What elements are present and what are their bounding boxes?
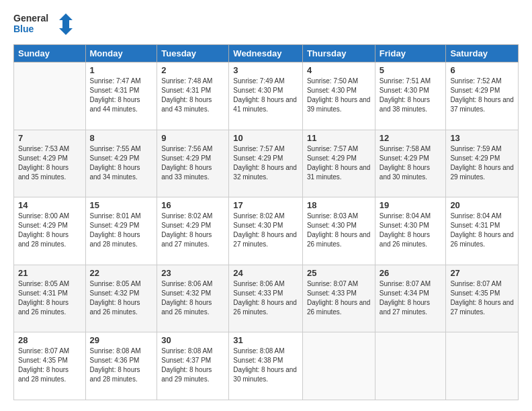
calendar-cell: 16Sunrise: 8:02 AMSunset: 4:29 PMDayligh… (157, 197, 229, 265)
day-info: Sunrise: 8:07 AMSunset: 4:35 PMDaylight:… (18, 347, 81, 384)
day-number: 18 (307, 200, 371, 210)
weekday-header-tuesday: Tuesday (157, 45, 229, 62)
day-info: Sunrise: 8:03 AMSunset: 4:30 PMDaylight:… (307, 212, 371, 249)
day-number: 30 (161, 335, 224, 345)
day-number: 27 (450, 268, 514, 278)
weekday-header-sunday: Sunday (14, 45, 86, 62)
day-number: 1 (90, 65, 153, 75)
calendar-cell: 7Sunrise: 7:53 AMSunset: 4:29 PMDaylight… (14, 130, 86, 197)
calendar-cell: 22Sunrise: 8:05 AMSunset: 4:32 PMDayligh… (85, 265, 157, 332)
day-number: 24 (233, 268, 298, 278)
day-number: 5 (380, 65, 442, 75)
day-number: 4 (307, 65, 371, 75)
day-info: Sunrise: 8:08 AMSunset: 4:36 PMDaylight:… (90, 347, 153, 384)
day-number: 17 (233, 200, 298, 210)
day-number: 26 (380, 268, 442, 278)
page: General Blue SundayMondayTuesdayWednesda… (0, 0, 532, 411)
calendar-cell: 18Sunrise: 8:03 AMSunset: 4:30 PMDayligh… (302, 197, 375, 265)
day-number: 15 (90, 200, 153, 210)
weekday-header-monday: Monday (85, 45, 157, 62)
calendar-cell: 8Sunrise: 7:55 AMSunset: 4:29 PMDaylight… (85, 130, 157, 197)
day-info: Sunrise: 7:55 AMSunset: 4:29 PMDaylight:… (90, 144, 153, 182)
day-info: Sunrise: 8:02 AMSunset: 4:30 PMDaylight:… (233, 212, 298, 249)
day-number: 6 (450, 65, 514, 75)
day-info: Sunrise: 8:00 AMSunset: 4:29 PMDaylight:… (18, 212, 81, 249)
day-number: 16 (161, 200, 224, 210)
calendar-cell: 4Sunrise: 7:50 AMSunset: 4:30 PMDaylight… (302, 62, 375, 130)
calendar-cell (302, 332, 375, 400)
day-number: 8 (90, 133, 153, 143)
calendar-cell: 27Sunrise: 8:07 AMSunset: 4:35 PMDayligh… (446, 265, 519, 332)
calendar-cell: 15Sunrise: 8:01 AMSunset: 4:29 PMDayligh… (85, 197, 157, 265)
day-number: 19 (380, 200, 442, 210)
calendar-cell: 10Sunrise: 7:57 AMSunset: 4:29 PMDayligh… (229, 130, 303, 197)
svg-marker-2 (59, 13, 73, 35)
day-info: Sunrise: 8:06 AMSunset: 4:32 PMDaylight:… (161, 279, 224, 317)
day-info: Sunrise: 7:47 AMSunset: 4:31 PMDaylight:… (90, 77, 153, 114)
day-number: 12 (380, 133, 442, 143)
day-number: 29 (90, 335, 153, 345)
weekday-header-wednesday: Wednesday (229, 45, 303, 62)
weekday-header-row: SundayMondayTuesdayWednesdayThursdayFrid… (14, 45, 519, 62)
day-info: Sunrise: 8:07 AMSunset: 4:35 PMDaylight:… (450, 279, 514, 317)
calendar-cell: 30Sunrise: 8:08 AMSunset: 4:37 PMDayligh… (157, 332, 229, 400)
logo: General Blue (13, 11, 74, 38)
calendar-cell: 17Sunrise: 8:02 AMSunset: 4:30 PMDayligh… (229, 197, 303, 265)
day-info: Sunrise: 7:50 AMSunset: 4:30 PMDaylight:… (307, 77, 371, 114)
day-number: 13 (450, 133, 514, 143)
calendar-cell: 26Sunrise: 8:07 AMSunset: 4:34 PMDayligh… (375, 265, 446, 332)
calendar-cell: 3Sunrise: 7:49 AMSunset: 4:30 PMDaylight… (229, 62, 303, 130)
calendar-cell: 20Sunrise: 8:04 AMSunset: 4:31 PMDayligh… (446, 197, 519, 265)
calendar-cell: 1Sunrise: 7:47 AMSunset: 4:31 PMDaylight… (85, 62, 157, 130)
day-info: Sunrise: 7:53 AMSunset: 4:29 PMDaylight:… (18, 144, 81, 182)
day-number: 22 (90, 268, 153, 278)
day-info: Sunrise: 7:57 AMSunset: 4:29 PMDaylight:… (233, 144, 298, 182)
svg-text:General: General (13, 13, 48, 24)
calendar-cell: 31Sunrise: 8:08 AMSunset: 4:38 PMDayligh… (229, 332, 303, 400)
calendar-cell (14, 62, 86, 130)
day-info: Sunrise: 7:59 AMSunset: 4:29 PMDaylight:… (450, 144, 514, 182)
calendar-cell: 9Sunrise: 7:56 AMSunset: 4:29 PMDaylight… (157, 130, 229, 197)
day-info: Sunrise: 8:08 AMSunset: 4:37 PMDaylight:… (161, 347, 224, 384)
day-info: Sunrise: 8:06 AMSunset: 4:33 PMDaylight:… (233, 279, 298, 317)
calendar-week-2: 7Sunrise: 7:53 AMSunset: 4:29 PMDaylight… (14, 130, 519, 197)
calendar-cell: 19Sunrise: 8:04 AMSunset: 4:30 PMDayligh… (375, 197, 446, 265)
calendar-cell: 28Sunrise: 8:07 AMSunset: 4:35 PMDayligh… (14, 332, 86, 400)
day-number: 9 (161, 133, 224, 143)
calendar-cell: 21Sunrise: 8:05 AMSunset: 4:31 PMDayligh… (14, 265, 86, 332)
calendar-cell: 23Sunrise: 8:06 AMSunset: 4:32 PMDayligh… (157, 265, 229, 332)
calendar-cell: 6Sunrise: 7:52 AMSunset: 4:29 PMDaylight… (446, 62, 519, 130)
day-info: Sunrise: 8:05 AMSunset: 4:32 PMDaylight:… (90, 279, 153, 317)
day-number: 28 (18, 335, 81, 345)
day-info: Sunrise: 8:08 AMSunset: 4:38 PMDaylight:… (233, 347, 298, 384)
calendar-week-5: 28Sunrise: 8:07 AMSunset: 4:35 PMDayligh… (14, 332, 519, 400)
day-info: Sunrise: 8:05 AMSunset: 4:31 PMDaylight:… (18, 279, 81, 317)
calendar-cell: 12Sunrise: 7:58 AMSunset: 4:29 PMDayligh… (375, 130, 446, 197)
day-number: 2 (161, 65, 224, 75)
day-number: 10 (233, 133, 298, 143)
weekday-header-thursday: Thursday (302, 45, 375, 62)
day-info: Sunrise: 7:48 AMSunset: 4:31 PMDaylight:… (161, 77, 224, 114)
day-info: Sunrise: 8:04 AMSunset: 4:31 PMDaylight:… (450, 212, 514, 249)
day-info: Sunrise: 7:58 AMSunset: 4:29 PMDaylight:… (380, 144, 442, 182)
calendar-cell (375, 332, 446, 400)
calendar-cell: 11Sunrise: 7:57 AMSunset: 4:29 PMDayligh… (302, 130, 375, 197)
day-info: Sunrise: 7:51 AMSunset: 4:30 PMDaylight:… (380, 77, 442, 114)
header: General Blue (13, 11, 519, 38)
calendar-cell: 24Sunrise: 8:06 AMSunset: 4:33 PMDayligh… (229, 265, 303, 332)
calendar-cell: 25Sunrise: 8:07 AMSunset: 4:33 PMDayligh… (302, 265, 375, 332)
weekday-header-saturday: Saturday (446, 45, 519, 62)
day-info: Sunrise: 8:01 AMSunset: 4:29 PMDaylight:… (90, 212, 153, 249)
day-info: Sunrise: 7:49 AMSunset: 4:30 PMDaylight:… (233, 77, 298, 114)
calendar-cell (446, 332, 519, 400)
day-info: Sunrise: 7:57 AMSunset: 4:29 PMDaylight:… (307, 144, 371, 182)
day-number: 3 (233, 65, 298, 75)
calendar-cell: 2Sunrise: 7:48 AMSunset: 4:31 PMDaylight… (157, 62, 229, 130)
svg-text:Blue: Blue (13, 24, 34, 34)
day-number: 23 (161, 268, 224, 278)
day-number: 7 (18, 133, 81, 143)
day-number: 31 (233, 335, 298, 345)
calendar-table: SundayMondayTuesdayWednesdayThursdayFrid… (13, 44, 519, 400)
day-info: Sunrise: 7:56 AMSunset: 4:29 PMDaylight:… (161, 144, 224, 182)
calendar-cell: 13Sunrise: 7:59 AMSunset: 4:29 PMDayligh… (446, 130, 519, 197)
